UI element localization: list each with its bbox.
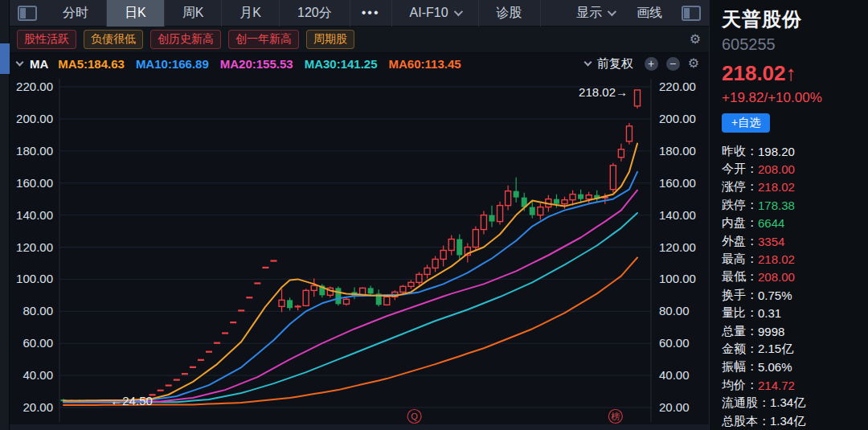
stat-value: 198.20 [758, 145, 795, 158]
stat-value: 218.02 [758, 252, 795, 266]
svg-text:100.00: 100.00 [16, 272, 53, 285]
tab-120分[interactable]: 120分 [280, 0, 350, 27]
candlestick-chart-area[interactable]: 220.00220.00200.00200.00180.00180.00160.… [10, 74, 709, 430]
stat-value: 0.75% [758, 289, 792, 302]
period-tabs: 分时日K周K月K120分•••AI-F10诊股 [45, 0, 541, 27]
tab-label: 日K [125, 5, 146, 22]
price-adjust-mode[interactable]: 前复权 [597, 56, 633, 72]
stat-value: 214.72 [758, 379, 795, 392]
left-edge-strip[interactable] [0, 0, 10, 430]
stock-tag[interactable]: 周期股 [306, 30, 354, 49]
svg-text:40.00: 40.00 [23, 368, 53, 382]
ma-value-label: MA10:166.89 [136, 57, 209, 71]
svg-text:20.00: 20.00 [23, 400, 53, 414]
stat-value: 9998 [758, 325, 784, 338]
tab-label: AI-F10 [410, 6, 448, 20]
stat-value: 208.00 [758, 162, 795, 176]
stock-tags: 股性活跃负债很低创历史新高创一年新高周期股 [17, 30, 362, 49]
stat-row: 最高：218.02 [722, 250, 868, 268]
tab-分时[interactable]: 分时 [45, 0, 107, 27]
svg-text:180.00: 180.00 [16, 144, 53, 158]
svg-text:20.00: 20.00 [659, 400, 690, 414]
stat-label: 均价： [722, 378, 758, 393]
stat-label: 今开： [722, 162, 758, 177]
ma-value-label: MA20:155.53 [220, 57, 293, 71]
svg-text:80.00: 80.00 [659, 304, 690, 317]
tab-诊股[interactable]: 诊股 [479, 0, 541, 27]
stock-tag[interactable]: 创一年新高 [228, 30, 299, 49]
ma-values: MA5:184.63MA10:166.89MA20:155.53MA30:141… [58, 57, 472, 71]
stock-name: 天普股份 [722, 6, 868, 32]
stat-label: 金额： [722, 342, 758, 357]
stat-label: 振幅： [722, 359, 758, 375]
svg-text:40.00: 40.00 [659, 368, 690, 382]
ma-indicator-bar: MA MA5:184.63MA10:166.89MA20:155.53MA30:… [10, 53, 709, 74]
tag-settings-gear-icon[interactable]: ⚙ [690, 33, 701, 46]
tool-画线[interactable]: 画线 [625, 0, 674, 27]
tool-label: 显示 [576, 5, 602, 22]
price-change: +19.82/+10.00% [722, 90, 868, 106]
stat-row: 昨收：198.20 [722, 142, 868, 160]
adjust-dropdown-chevron-icon[interactable] [583, 58, 592, 66]
stock-code: 605255 [722, 35, 868, 54]
ma-right-controls: 前复权 + − ⚙ [585, 56, 699, 72]
candlestick-chart-svg[interactable]: 220.00220.00200.00200.00180.00180.00160.… [10, 74, 709, 430]
stat-value: 3354 [758, 235, 784, 248]
svg-text:60.00: 60.00 [659, 336, 690, 350]
zoom-out-button[interactable]: − [666, 57, 680, 71]
tab-more[interactable]: ••• [350, 0, 392, 27]
zoom-in-button[interactable]: + [645, 57, 658, 71]
stat-value: 178.38 [758, 199, 795, 212]
stat-value: 1.34亿 [770, 414, 805, 429]
svg-text:Q: Q [411, 412, 418, 421]
stat-row: 跌停：178.38 [722, 196, 868, 214]
svg-text:160.00: 160.00 [16, 176, 53, 190]
stat-label: 内盘： [722, 215, 758, 231]
stat-row: 换手：0.75% [722, 286, 868, 304]
stat-value: 2.15亿 [758, 342, 793, 357]
tab-日K[interactable]: 日K [107, 0, 165, 27]
svg-text:100.00: 100.00 [659, 272, 696, 285]
stat-label: 跌停： [722, 198, 758, 213]
ma-collapse-chevron-icon[interactable] [16, 58, 24, 66]
svg-text:218.02→: 218.02→ [579, 85, 628, 99]
left-strip-indicator [0, 43, 10, 74]
stat-label: 外盘： [722, 234, 758, 249]
stat-label: 最高： [722, 252, 758, 267]
stat-label: 最低： [722, 269, 758, 285]
chart-settings-gear-icon[interactable]: ⚙ [688, 57, 699, 70]
svg-text:80.00: 80.00 [23, 304, 53, 317]
ma-value-label: MA30:141.25 [305, 57, 378, 71]
tab-label: ••• [362, 6, 380, 20]
svg-text:140.00: 140.00 [16, 208, 53, 222]
layout-panel-right-icon[interactable] [682, 6, 701, 21]
chart-scrollbar-strip[interactable] [10, 424, 709, 430]
chevron-down-icon [608, 7, 616, 16]
period-toolbar: 分时日K周K月K120分•••AI-F10诊股 显示画线 [10, 0, 709, 27]
svg-text:←24.50: ←24.50 [110, 394, 153, 407]
stat-label: 昨收： [722, 144, 758, 159]
tool-显示[interactable]: 显示 [565, 0, 625, 27]
stat-value: 5.06% [758, 360, 792, 374]
chart-badges[interactable]: Q榜 [407, 410, 622, 424]
chevron-down-icon [453, 7, 462, 16]
tab-label: 诊股 [497, 5, 522, 22]
tab-label: 120分 [297, 5, 332, 22]
tab-月K[interactable]: 月K [222, 0, 280, 27]
layout-panel-left-icon[interactable] [18, 6, 37, 21]
tab-AI-F10[interactable]: AI-F10 [392, 0, 479, 27]
stat-value: 218.02 [758, 180, 795, 194]
stock-tag[interactable]: 创历史新高 [150, 30, 221, 49]
svg-text:60.00: 60.00 [23, 336, 53, 350]
stock-tag-row: 股性活跃负债很低创历史新高创一年新高周期股 ⚙ [10, 27, 709, 53]
stat-label: 流通股： [722, 395, 770, 411]
add-watchlist-button[interactable]: +自选 [722, 113, 770, 133]
svg-text:120.00: 120.00 [659, 240, 696, 254]
stat-row: 总股本：1.34亿 [722, 412, 868, 430]
svg-text:180.00: 180.00 [659, 144, 696, 158]
stock-tag[interactable]: 负债很低 [84, 30, 143, 49]
tab-周K[interactable]: 周K [165, 0, 223, 27]
stat-row: 振幅：5.06% [722, 358, 868, 376]
stock-tag[interactable]: 股性活跃 [17, 30, 76, 49]
svg-text:220.00: 220.00 [659, 80, 696, 93]
